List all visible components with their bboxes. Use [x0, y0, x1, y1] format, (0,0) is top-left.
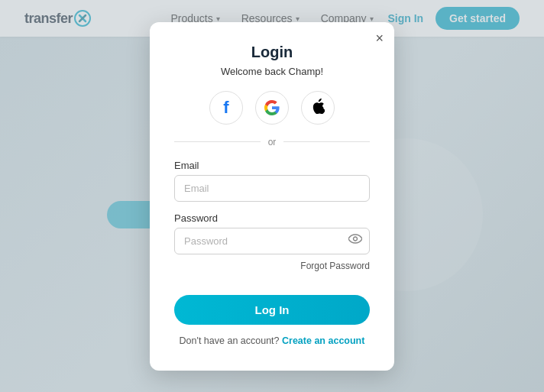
forgot-password-link[interactable]: Forgot Password: [300, 261, 370, 271]
email-input[interactable]: [174, 175, 370, 202]
apple-login-button[interactable]: [301, 91, 335, 125]
password-wrapper: [174, 228, 370, 254]
modal-title: Login: [174, 44, 370, 61]
no-account-text: Don't have an account?: [180, 335, 280, 346]
email-label: Email: [174, 160, 370, 171]
divider-line-left: [174, 141, 261, 142]
facebook-icon: f: [223, 98, 228, 118]
password-form-group: Password Forgot Password: [174, 212, 370, 272]
email-form-group: Email: [174, 160, 370, 202]
create-account-link[interactable]: Create an account: [282, 335, 364, 346]
modal-subtitle: Welcome back Champ!: [174, 66, 370, 77]
social-buttons: f: [174, 91, 370, 125]
login-button[interactable]: Log In: [174, 295, 370, 325]
modal-close-button[interactable]: ×: [375, 31, 384, 45]
password-label: Password: [174, 212, 370, 224]
divider-line-right: [283, 141, 370, 142]
forgot-password-wrapper: Forgot Password: [174, 258, 370, 272]
password-input[interactable]: [174, 228, 370, 254]
show-password-icon[interactable]: [348, 234, 362, 248]
facebook-login-button[interactable]: f: [209, 91, 243, 125]
divider-text: or: [268, 137, 277, 147]
register-row: Don't have an account? Create an account: [174, 335, 370, 346]
google-icon: [264, 100, 280, 115]
google-login-button[interactable]: [255, 91, 289, 125]
svg-point-3: [354, 237, 358, 241]
login-modal: × Login Welcome back Champ! f: [150, 22, 394, 371]
apple-icon: [311, 98, 325, 118]
create-account-label: Create an account: [282, 335, 364, 346]
divider: or: [174, 137, 370, 147]
modal-overlay: × Login Welcome back Champ! f: [0, 0, 544, 392]
